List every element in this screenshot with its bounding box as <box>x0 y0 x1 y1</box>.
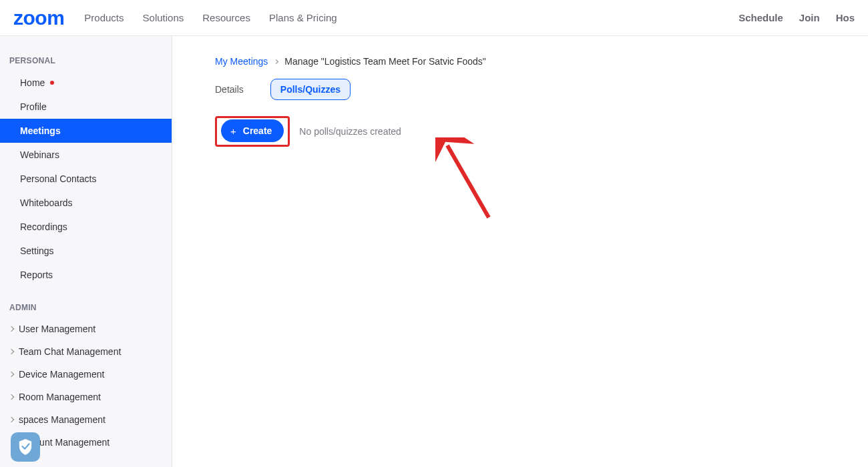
create-button-label: Create <box>243 125 272 136</box>
sidebar-section-personal: PERSONAL <box>0 49 172 71</box>
nav-solutions[interactable]: Solutions <box>143 12 184 23</box>
plus-icon: + <box>230 126 236 136</box>
sidebar-item-label: Team Chat Management <box>19 346 121 357</box>
breadcrumb: My Meetings Manage "Logistics Team Meet … <box>215 56 841 67</box>
sidebar-item-label: Recordings <box>20 221 67 232</box>
tab-details[interactable]: Details <box>215 84 244 95</box>
sidebar-item-user-management[interactable]: User Management <box>0 318 172 340</box>
nav-plans-pricing[interactable]: Plans & Pricing <box>269 12 337 23</box>
sidebar-section-admin: ADMIN <box>0 296 172 318</box>
tabs: Details Polls/Quizzes <box>215 79 841 100</box>
sidebar-item-webinars[interactable]: Webinars <box>0 143 172 167</box>
nav-products[interactable]: Products <box>84 12 124 23</box>
sidebar-item-label: Webinars <box>20 149 59 160</box>
chevron-right-icon <box>9 349 14 354</box>
tab-polls-quizzes[interactable]: Polls/Quizzes <box>270 79 351 100</box>
sidebar-item-label: Meetings <box>20 125 61 136</box>
top-nav-right: Schedule Join Hos <box>738 12 855 23</box>
sidebar: PERSONAL Home Profile Meetings Webinars … <box>0 36 172 467</box>
sidebar-item-label: Profile <box>20 101 47 112</box>
sidebar-item-label: spaces Management <box>19 414 105 425</box>
sidebar-item-label: Home <box>20 77 45 88</box>
sidebar-item-reports[interactable]: Reports <box>0 263 172 287</box>
breadcrumb-current: Manage "Logistics Team Meet For Satvic F… <box>284 56 485 67</box>
sidebar-item-label: Reports <box>20 270 53 280</box>
create-button[interactable]: + Create <box>221 119 284 142</box>
empty-state-text: No polls/quizzes created <box>299 126 401 137</box>
sidebar-item-whiteboards[interactable]: Whiteboards <box>0 191 172 215</box>
nav-resources[interactable]: Resources <box>202 12 250 23</box>
sidebar-item-home[interactable]: Home <box>0 71 172 95</box>
notification-dot-icon <box>50 81 54 85</box>
main-content: My Meetings Manage "Logistics Team Meet … <box>172 36 868 467</box>
shield-icon <box>18 438 33 456</box>
sidebar-item-recordings[interactable]: Recordings <box>0 215 172 239</box>
nav-join[interactable]: Join <box>799 12 820 23</box>
sidebar-item-label: Whiteboards <box>20 197 73 208</box>
sidebar-item-settings[interactable]: Settings <box>0 239 172 263</box>
chevron-right-icon <box>9 394 14 400</box>
zoom-logo[interactable]: zoom <box>13 7 64 29</box>
security-badge-icon[interactable] <box>11 432 40 462</box>
sidebar-item-label: Settings <box>20 246 54 256</box>
sidebar-item-profile[interactable]: Profile <box>0 95 172 119</box>
annotation-highlight-box: + Create <box>215 116 290 147</box>
annotation-arrow-icon <box>435 137 509 231</box>
sidebar-item-label: Room Management <box>19 392 101 402</box>
sidebar-item-room-management[interactable]: Room Management <box>0 386 172 408</box>
sidebar-item-personal-contacts[interactable]: Personal Contacts <box>0 167 172 191</box>
nav-host[interactable]: Hos <box>836 12 855 23</box>
sidebar-item-meetings[interactable]: Meetings <box>0 119 172 143</box>
sidebar-item-label: Device Management <box>19 369 104 380</box>
nav-schedule[interactable]: Schedule <box>738 12 783 23</box>
chevron-right-icon <box>9 372 14 377</box>
chevron-right-icon <box>274 59 278 63</box>
sidebar-item-team-chat-management[interactable]: Team Chat Management <box>0 340 172 363</box>
chevron-right-icon <box>9 326 14 332</box>
breadcrumb-link-my-meetings[interactable]: My Meetings <box>215 56 268 67</box>
action-row: + Create No polls/quizzes created <box>215 116 841 147</box>
chevron-right-icon <box>9 417 14 422</box>
svg-line-0 <box>447 145 489 217</box>
top-nav-left: Products Solutions Resources Plans & Pri… <box>84 12 337 23</box>
layout: PERSONAL Home Profile Meetings Webinars … <box>0 36 868 467</box>
top-nav: zoom Products Solutions Resources Plans … <box>0 0 868 36</box>
sidebar-item-label: User Management <box>19 324 95 334</box>
sidebar-item-workspaces-management[interactable]: spaces Management <box>0 408 172 431</box>
sidebar-item-label: Personal Contacts <box>20 173 96 184</box>
sidebar-item-device-management[interactable]: Device Management <box>0 363 172 386</box>
